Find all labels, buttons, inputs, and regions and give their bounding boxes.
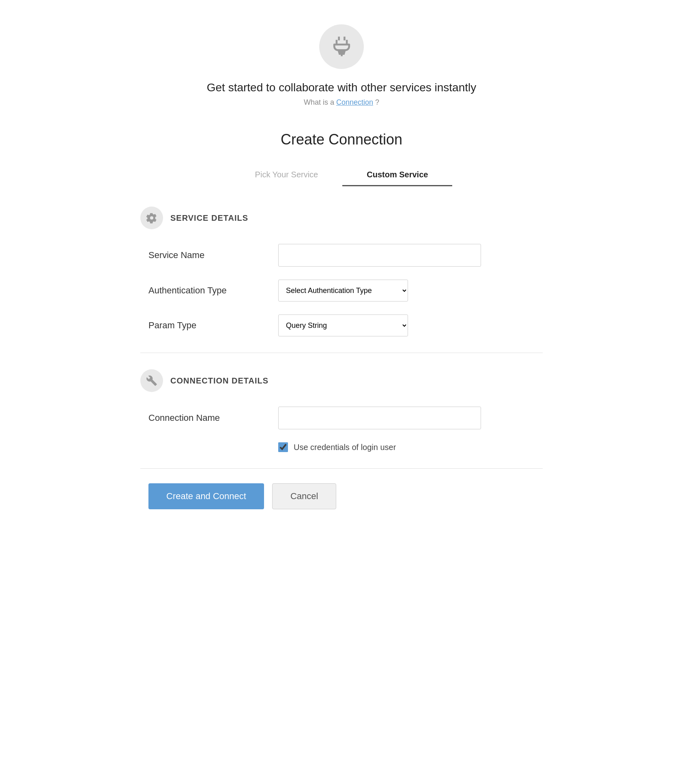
connection-details-header: CONNECTION DETAILS [140, 369, 543, 392]
form-section: Create Connection Pick Your Service Cust… [140, 131, 543, 509]
create-and-connect-button[interactable]: Create and Connect [148, 483, 264, 509]
credentials-checkbox-group: Use credentials of login user [140, 442, 543, 452]
param-type-select[interactable]: Query String Header Body [278, 314, 408, 336]
gear-icon [146, 212, 157, 224]
tabs-container: Pick Your Service Custom Service [140, 164, 543, 186]
form-title: Create Connection [140, 131, 543, 148]
header-title: Get started to collaborate with other se… [140, 81, 543, 94]
authentication-type-select[interactable]: Select Authentication Type Basic Auth OA… [278, 280, 408, 302]
connection-link[interactable]: Connection [336, 98, 373, 106]
tab-pick-service[interactable]: Pick Your Service [231, 164, 343, 186]
svg-rect-0 [338, 37, 340, 40]
service-name-input[interactable] [278, 244, 481, 267]
tab-custom-service[interactable]: Custom Service [342, 164, 452, 186]
credentials-checkbox-label: Use credentials of login user [294, 443, 396, 452]
header-subtitle: What is a Connection ? [140, 98, 543, 107]
wrench-icon [146, 375, 157, 386]
param-type-label: Param Type [148, 320, 278, 331]
authentication-type-group: Authentication Type Select Authenticatio… [140, 280, 543, 302]
plug-icon [331, 36, 353, 58]
service-name-group: Service Name [140, 244, 543, 267]
connection-name-input[interactable] [278, 407, 481, 429]
wrench-icon-circle [140, 369, 163, 392]
service-details-header: SERVICE DETAILS [140, 207, 543, 229]
service-details-section: SERVICE DETAILS Service Name Authenticat… [140, 207, 543, 336]
section-divider [140, 353, 543, 353]
connection-details-section: CONNECTION DETAILS Connection Name Use c… [140, 369, 543, 452]
plug-icon-circle [319, 24, 364, 69]
service-name-label: Service Name [148, 250, 278, 261]
svg-rect-1 [344, 37, 346, 40]
connection-name-label: Connection Name [148, 413, 278, 423]
bottom-divider [140, 468, 543, 469]
connection-details-title: CONNECTION DETAILS [170, 376, 268, 386]
credentials-checkbox[interactable] [278, 442, 288, 452]
subtitle-text: What is a [304, 98, 334, 106]
authentication-type-label: Authentication Type [148, 285, 278, 296]
service-details-title: SERVICE DETAILS [170, 213, 248, 223]
header-section: Get started to collaborate with other se… [140, 24, 543, 107]
cancel-button[interactable]: Cancel [272, 483, 336, 509]
connection-name-group: Connection Name [140, 407, 543, 429]
subtitle-suffix: ? [375, 98, 379, 106]
param-type-group: Param Type Query String Header Body [140, 314, 543, 336]
gear-icon-circle [140, 207, 163, 229]
action-buttons: Create and Connect Cancel [140, 483, 543, 509]
